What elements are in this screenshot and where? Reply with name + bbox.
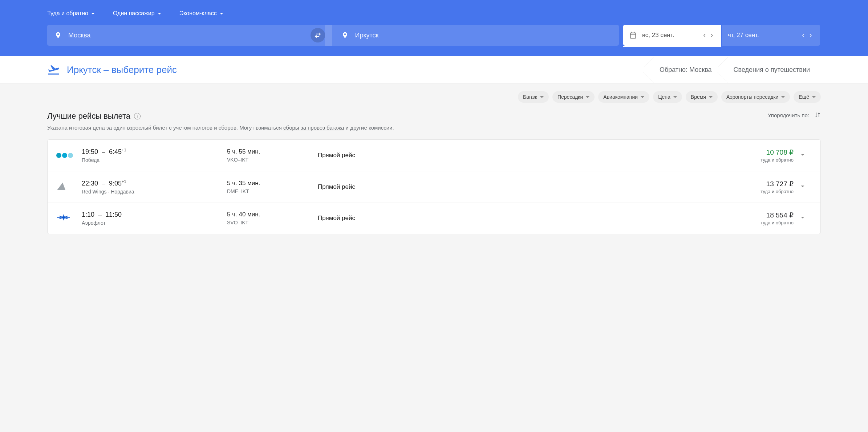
progress-steps: Иркутск – выберите рейс Обратно: Москва … <box>0 56 868 84</box>
trip-kind: туда и обратно <box>427 220 794 225</box>
expand-row-button[interactable] <box>794 151 812 160</box>
flight-results-list: 19:50 – 6:45+1Победа5 ч. 55 мин.VKO–IKTП… <box>47 139 821 234</box>
flight-price: 18 554 ₽ <box>427 211 794 219</box>
date-next-icon[interactable]: › <box>807 31 814 39</box>
expand-row-button[interactable] <box>794 182 812 192</box>
section-subtitle: Указана итоговая цена за один взрослый б… <box>47 124 410 132</box>
duration-column: 5 ч. 55 мин.VKO–IKT <box>227 148 318 163</box>
filter-stops[interactable]: Пересадки <box>552 91 595 103</box>
passengers-label: Один пассажир <box>113 10 155 17</box>
results-section: Упорядочить по: Лучшие рейсы вылета i Ук… <box>0 103 868 243</box>
cabin-label: Эконом-класс <box>179 10 217 17</box>
flight-price: 10 708 ₽ <box>427 148 794 156</box>
caret-down-icon <box>586 96 589 98</box>
stops-column: Прямой рейс <box>318 183 427 191</box>
chip-label: Пересадки <box>557 94 583 100</box>
step-active-label: Иркутск – выберите рейс <box>67 64 177 76</box>
filter-airlines[interactable]: Авиакомпании <box>598 91 649 103</box>
step-select-outbound: Иркутск – выберите рейс <box>47 63 177 76</box>
duration-column: 5 ч. 40 мин.SVO–IKT <box>227 211 318 225</box>
chip-label: Багаж <box>523 94 537 100</box>
flight-route: DME–IKT <box>227 188 318 194</box>
caret-down-icon <box>158 13 161 15</box>
destination-input[interactable]: Иркутск <box>325 25 619 46</box>
flight-duration: 5 ч. 35 мин. <box>227 180 318 187</box>
flight-route: VKO–IKT <box>227 157 318 163</box>
return-date-value: чт, 27 сент. <box>728 32 800 39</box>
duration-column: 5 ч. 35 мин.DME–IKT <box>227 180 318 194</box>
caret-down-icon <box>641 96 644 98</box>
filter-chips-row: Багаж Пересадки Авиакомпании Цена Время … <box>0 84 868 103</box>
origin-input[interactable]: Москва <box>47 25 332 46</box>
swap-icon <box>314 32 321 39</box>
date-next-icon[interactable]: › <box>708 31 715 39</box>
baggage-fees-link[interactable]: сборы за провоз багажа <box>283 125 344 131</box>
destination-value: Иркутск <box>355 32 379 39</box>
flight-result-row[interactable]: 19:50 – 6:45+1Победа5 ч. 55 мин.VKO–IKTП… <box>48 140 820 171</box>
filter-baggage[interactable]: Багаж <box>518 91 549 103</box>
step-return-label: Обратно: Москва <box>660 66 712 73</box>
flight-duration: 5 ч. 55 мин. <box>227 148 318 155</box>
sort-icon <box>814 111 821 119</box>
caret-down-icon <box>673 96 677 98</box>
date-prev-icon[interactable]: ‹ <box>800 31 807 39</box>
chip-label: Цена <box>658 94 670 100</box>
depart-date-input[interactable]: вс, 23 сент. ‹ › <box>623 25 721 46</box>
step-return[interactable]: Обратно: Москва <box>649 66 723 74</box>
cabin-class-dropdown[interactable]: Эконом-класс <box>179 10 223 17</box>
subtitle-post: и другие комиссии. <box>344 125 394 131</box>
swap-button[interactable] <box>311 28 325 42</box>
time-column: 19:50 – 6:45+1Победа <box>82 148 227 163</box>
filter-price[interactable]: Цена <box>653 91 682 103</box>
flight-times: 19:50 – 6:45+1 <box>82 148 227 156</box>
price-column: 10 708 ₽туда и обратно <box>427 148 794 163</box>
flight-duration: 5 ч. 40 мин. <box>227 211 318 218</box>
caret-down-icon <box>709 96 713 98</box>
section-title: Лучшие рейсы вылета i <box>47 111 768 121</box>
depart-date-value: вс, 23 сент. <box>642 32 701 39</box>
search-header: Туда и обратно Один пассажир Эконом-клас… <box>0 0 868 56</box>
airline-name: Аэрофлот <box>82 220 227 226</box>
step-summary[interactable]: Сведения о путешествии <box>723 66 821 74</box>
search-inputs-row: Москва Иркутск вс, 23 сент. ‹ › чт, 27 с… <box>47 25 821 46</box>
price-column: 18 554 ₽туда и обратно <box>427 211 794 225</box>
filter-more[interactable]: Ещё <box>794 91 821 103</box>
airline-name: Red Wings · Нордавиа <box>82 189 227 195</box>
stops-column: Прямой рейс <box>318 215 427 222</box>
location-pin-icon <box>54 32 62 39</box>
airline-name: Победа <box>82 157 227 163</box>
caret-down-icon <box>91 13 95 15</box>
flight-price: 13 727 ₽ <box>427 180 794 188</box>
trip-kind: туда и обратно <box>427 157 794 163</box>
flight-result-row[interactable]: 1:10 – 11:50Аэрофлот5 ч. 40 мин.SVO–IKTП… <box>48 203 820 234</box>
caret-down-icon <box>540 96 544 98</box>
trip-type-dropdown[interactable]: Туда и обратно <box>47 10 95 17</box>
trip-kind: туда и обратно <box>427 189 794 194</box>
return-date-input[interactable]: чт, 27 сент. ‹ › <box>722 25 820 46</box>
caret-down-icon <box>812 96 816 98</box>
flight-result-row[interactable]: 22:30 – 9:05+1Red Wings · Нордавиа5 ч. 3… <box>48 171 820 203</box>
airline-logo <box>56 182 82 192</box>
flight-route: SVO–IKT <box>227 220 318 225</box>
sort-control[interactable]: Упорядочить по: <box>768 111 821 119</box>
caret-down-icon <box>220 13 223 15</box>
chip-label: Ещё <box>799 94 809 100</box>
airline-logo-pobeda <box>56 153 73 158</box>
airline-logo <box>56 213 82 223</box>
step-summary-label: Сведения о путешествии <box>734 66 810 73</box>
info-icon[interactable]: i <box>134 113 141 119</box>
passengers-dropdown[interactable]: Один пассажир <box>113 10 161 17</box>
sort-label: Упорядочить по: <box>768 112 809 118</box>
time-column: 22:30 – 9:05+1Red Wings · Нордавиа <box>82 179 227 195</box>
airline-logo-generic <box>56 182 67 192</box>
filter-layover-airports[interactable]: Аэропорты пересадки <box>721 91 790 103</box>
date-prev-icon[interactable]: ‹ <box>701 31 708 39</box>
time-column: 1:10 – 11:50Аэрофлот <box>82 211 227 226</box>
trip-type-label: Туда и обратно <box>47 10 88 17</box>
filter-time[interactable]: Время <box>686 91 718 103</box>
airline-logo <box>56 153 82 158</box>
origin-value: Москва <box>68 32 90 39</box>
plane-departure-icon <box>47 63 60 76</box>
expand-row-button[interactable] <box>794 213 812 223</box>
chip-label: Время <box>691 94 706 100</box>
